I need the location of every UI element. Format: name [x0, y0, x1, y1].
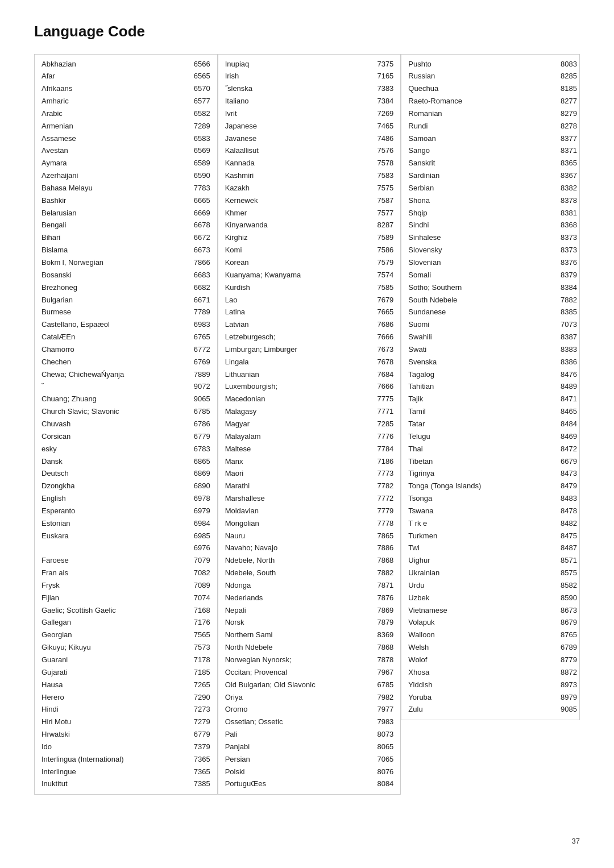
list-item: Javanese7486 — [223, 132, 396, 145]
language-name: Kirghiz — [225, 232, 377, 243]
list-item: Ndebele, North7868 — [223, 555, 396, 567]
list-item: Deutsch6869 — [39, 468, 213, 480]
language-code: 8083 — [561, 59, 577, 70]
language-code: 7879 — [377, 617, 393, 628]
language-code: 6569 — [194, 146, 210, 156]
language-code: 7486 — [377, 134, 393, 144]
language-code: 6590 — [194, 171, 210, 181]
language-code: 8373 — [561, 232, 577, 243]
language-code: 7589 — [377, 232, 393, 243]
list-item: Chuvash6786 — [39, 418, 213, 430]
list-item: Twi8487 — [406, 542, 579, 555]
list-item: Shona8378 — [406, 194, 579, 207]
language-code: 7665 — [377, 307, 393, 318]
list-item: Sindhi8368 — [406, 219, 579, 232]
list-item: Malayalam7776 — [223, 430, 396, 443]
language-name: Macedonian — [225, 394, 377, 405]
list-item: Romanian8279 — [406, 107, 579, 120]
language-code: 6669 — [194, 208, 210, 219]
list-item: Old Bulgarian; Old Slavonic6785 — [223, 679, 396, 691]
list-item: Bislama6673 — [39, 244, 213, 257]
list-item: Welsh6789 — [406, 642, 579, 654]
language-code: 6570 — [194, 84, 210, 94]
list-item: Interlingue7365 — [39, 766, 213, 778]
language-code: 8376 — [561, 258, 577, 268]
language-name: ˇ — [42, 381, 194, 392]
list-item: Vietnamese8673 — [406, 604, 579, 617]
language-code: 7865 — [377, 531, 393, 542]
language-code: 8367 — [561, 171, 577, 181]
language-code: 7269 — [377, 109, 393, 119]
list-item: Ossetian; Ossetic7983 — [223, 716, 396, 729]
list-item: Dansk6865 — [39, 455, 213, 468]
list-item: Kazakh7575 — [223, 182, 396, 194]
list-item: Frysk7089 — [39, 579, 213, 592]
language-name: Maori — [225, 468, 377, 479]
language-code: 7577 — [377, 208, 393, 219]
list-item: Yoruba8979 — [406, 691, 579, 704]
language-name: Somali — [408, 270, 561, 281]
language-code: 6679 — [561, 456, 577, 467]
list-item: Walloon8765 — [406, 629, 579, 642]
language-name: Lingala — [225, 357, 377, 368]
language-name: Chuvash — [42, 419, 194, 430]
language-code: 8469 — [561, 431, 577, 442]
list-item: Aymara6589 — [39, 157, 213, 170]
list-item: Hiri Motu7279 — [39, 716, 213, 729]
language-name: Javanese — [225, 134, 377, 144]
list-item: South Ndebele7882 — [406, 294, 579, 306]
language-code: 8378 — [561, 196, 577, 206]
language-name: Irish — [225, 71, 377, 82]
list-item: ˇ9072 — [39, 381, 213, 393]
language-code: 7565 — [194, 630, 210, 641]
language-name: Chuang; Zhuang — [42, 394, 194, 405]
list-item: Tibetan6679 — [406, 455, 579, 468]
list-item: Latina7665 — [223, 306, 396, 319]
language-name: English — [42, 493, 194, 504]
language-code: 7082 — [194, 568, 210, 579]
language-code: 7168 — [194, 605, 210, 616]
language-code: 7365 — [194, 754, 210, 765]
language-name: Kuanyama; Kwanyama — [225, 270, 377, 281]
language-name: Shqip — [408, 208, 561, 219]
language-name: Dzongkha — [42, 481, 194, 492]
language-code: 7279 — [194, 717, 210, 728]
language-code: 6678 — [194, 220, 210, 231]
list-item: CatalÆEn6765 — [39, 331, 213, 344]
language-name: Russian — [408, 71, 561, 82]
language-name: Oriya — [225, 692, 377, 703]
language-name: Slovenian — [408, 258, 561, 268]
column-1: Abkhazian6566Afar6565Afrikaans6570Amhari… — [34, 54, 218, 795]
list-item: Pali8073 — [223, 729, 396, 741]
language-name: Sango — [408, 146, 561, 156]
language-name: Moldavian — [225, 506, 377, 517]
list-item: Belarusian6669 — [39, 207, 213, 219]
language-code: 7882 — [377, 568, 393, 579]
language-code: 7666 — [377, 332, 393, 343]
language-code: 8489 — [561, 381, 577, 392]
language-code: 8575 — [561, 568, 577, 579]
list-item: Samoan8377 — [406, 132, 579, 145]
language-name: Amharic — [42, 96, 194, 107]
language-name: Norsk — [225, 617, 377, 628]
list-item: Panjabi8065 — [223, 741, 396, 753]
list-item: Kirghiz7589 — [223, 232, 396, 244]
language-code: 7866 — [194, 258, 210, 268]
language-code: 8471 — [561, 394, 577, 405]
language-code: 8279 — [561, 109, 577, 119]
language-name: Latina — [225, 307, 377, 318]
list-item: Khmer7577 — [223, 207, 396, 219]
language-name: Bengali — [42, 220, 194, 231]
list-item: Kashmiri7583 — [223, 170, 396, 182]
language-name: Sardinian — [408, 171, 561, 181]
language-code: 7273 — [194, 704, 210, 715]
language-name: Lao — [225, 295, 377, 306]
language-name: Maltese — [225, 444, 377, 455]
list-item: Bengali6678 — [39, 219, 213, 232]
language-code: 7772 — [377, 493, 393, 504]
list-item: Amharic6577 — [39, 95, 213, 108]
language-name: Afrikaans — [42, 84, 194, 94]
language-code: 8365 — [561, 158, 577, 169]
language-code: 7375 — [377, 59, 393, 70]
list-item: Luxembourgish;7666 — [223, 381, 396, 393]
